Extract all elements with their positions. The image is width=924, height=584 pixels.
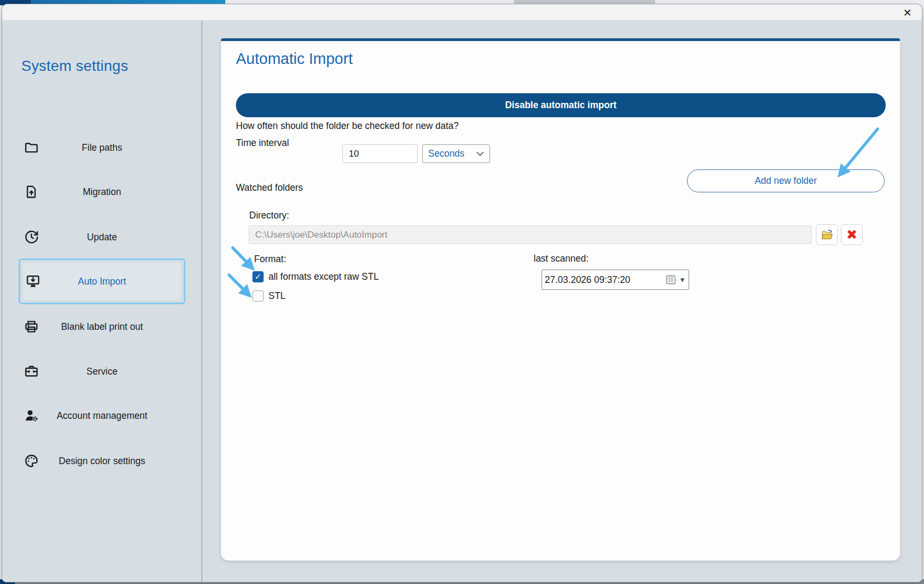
sidebar-item-blank-label-print-out[interactable]: Blank label print out <box>19 310 185 344</box>
disable-automatic-import-button[interactable]: Disable automatic import <box>236 93 886 117</box>
sidebar-item-service[interactable]: Service <box>19 354 185 388</box>
sidebar-item-auto-import[interactable]: Auto Import <box>19 258 185 304</box>
sidebar-item-design-color-settings[interactable]: Design color settings <box>19 444 185 478</box>
page-title: Automatic Import <box>236 50 353 68</box>
sidebar: System settings File paths Migration Upd… <box>2 20 201 582</box>
close-icon[interactable]: ✕ <box>900 6 915 19</box>
sidebar-item-label: Migration <box>19 175 185 209</box>
format-option-all-formats: ✓ all formats except raw STL <box>252 270 379 283</box>
last-scanned-datetime-field[interactable]: 27.03.2026 09:37:20 ▾ <box>542 270 689 290</box>
directory-path-input[interactable] <box>249 225 812 244</box>
sidebar-item-update[interactable]: Update <box>19 220 185 254</box>
time-interval-label: Time interval <box>236 137 289 149</box>
sidebar-item-label: Update <box>19 220 185 254</box>
browse-folder-button[interactable] <box>816 224 838 245</box>
sidebar-title: System settings <box>21 58 128 75</box>
datetime-dropdown-icon[interactable]: ▾ <box>680 275 684 285</box>
sidebar-item-label: Blank label print out <box>19 310 185 344</box>
last-scanned-value: 27.03.2026 09:37:20 <box>545 274 666 286</box>
sidebar-item-migration[interactable]: Migration <box>19 175 185 209</box>
sidebar-item-label: Design color settings <box>19 444 185 478</box>
checkbox-all-formats-checked[interactable]: ✓ <box>252 271 264 282</box>
time-unit-value: Seconds <box>428 148 476 159</box>
disable-button-label: Disable automatic import <box>505 100 616 111</box>
sidebar-item-label: Auto Import <box>20 260 184 303</box>
checkbox-label: all formats except raw STL <box>268 271 379 282</box>
calendar-icon <box>666 275 677 285</box>
directory-label: Directory: <box>249 210 289 221</box>
auto-import-panel: Automatic Import Disable automatic impor… <box>221 38 900 561</box>
checkbox-label: STL <box>268 290 285 302</box>
interval-question-label: How often should the folder be checked f… <box>236 120 459 132</box>
watched-folders-label: Watched folders <box>236 182 303 193</box>
time-interval-input[interactable] <box>342 144 418 163</box>
add-new-folder-button[interactable]: Add new folder <box>687 169 885 192</box>
sidebar-item-label: File paths <box>19 131 185 165</box>
panel-accent-bar <box>221 38 900 41</box>
sidebar-item-file-paths[interactable]: File paths <box>19 131 185 165</box>
sidebar-divider <box>201 20 202 582</box>
sidebar-item-label: Service <box>19 354 185 388</box>
dialog-titlebar: ✕ <box>2 4 922 20</box>
format-label: Format: <box>254 254 286 265</box>
sidebar-item-account-management[interactable]: Account management <box>19 399 185 433</box>
open-folder-icon <box>820 228 834 242</box>
time-unit-select[interactable]: Seconds <box>422 144 490 163</box>
format-option-stl: STL <box>252 289 285 302</box>
add-folder-label: Add new folder <box>755 175 817 186</box>
sidebar-item-label: Account management <box>19 399 185 433</box>
checkbox-stl-unchecked[interactable] <box>252 290 264 302</box>
delete-folder-icon[interactable]: ✖ <box>841 224 863 245</box>
screen: ✕ System settings File paths Migration <box>0 0 924 584</box>
last-scanned-label: last scanned: <box>534 253 588 264</box>
chevron-down-icon <box>476 151 484 157</box>
